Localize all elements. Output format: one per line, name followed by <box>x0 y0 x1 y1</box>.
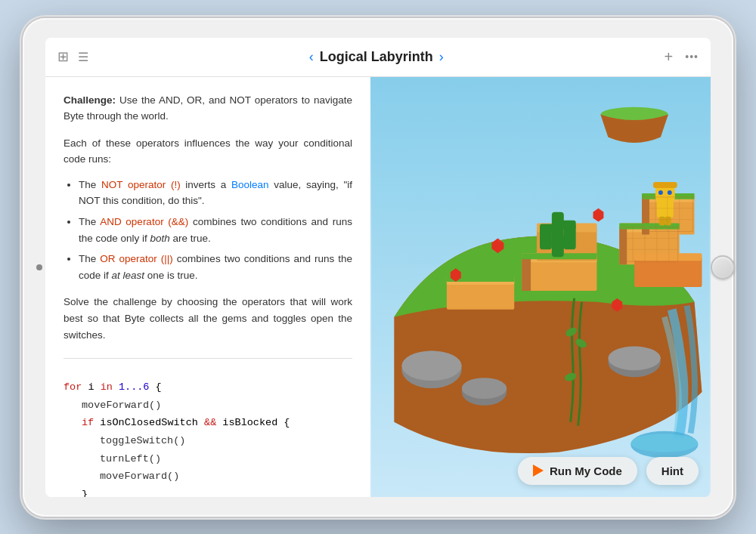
svg-rect-12 <box>522 257 531 291</box>
screen: ⊞ ☰ ‹ Logical Labyrinth › + ••• Challeng… <box>45 38 711 497</box>
svg-point-24 <box>462 378 507 399</box>
operators-intro: Each of these operators influences the w… <box>64 135 352 168</box>
list-item: The AND operator (&&) combines two condi… <box>79 214 352 246</box>
run-triangle-icon <box>533 465 544 477</box>
svg-point-28 <box>631 434 698 452</box>
svg-rect-35 <box>561 220 576 229</box>
and-keyword: && <box>204 417 216 428</box>
toggle-switch-func: toggleSwitch() <box>100 435 185 446</box>
not-operator-highlight: NOT operator (!) <box>101 179 181 190</box>
svg-rect-33 <box>552 238 564 249</box>
left-dot <box>36 264 42 270</box>
list-item: The OR operator (||) combines two condit… <box>79 251 352 283</box>
svg-rect-4 <box>619 227 627 264</box>
list-icon[interactable]: ☰ <box>78 50 88 64</box>
game-buttons: Run My Code Hint <box>518 457 699 485</box>
bullet-list: The NOT operator (!) inverts a Boolean v… <box>64 177 352 284</box>
for-keyword: for <box>64 381 82 393</box>
code-line-7: } <box>82 486 352 497</box>
code-line-3: if isOnClosedSwitch && isBlocked { <box>82 414 352 432</box>
if-keyword: if <box>82 417 94 428</box>
nav-center: ‹ Logical Labyrinth › <box>88 49 665 65</box>
nav-bar: ⊞ ☰ ‹ Logical Labyrinth › + ••• <box>45 38 711 77</box>
both-italic: both <box>150 233 170 244</box>
add-icon[interactable]: + <box>665 48 674 66</box>
svg-rect-50 <box>665 216 671 225</box>
code-line-1: for i in 1...6 { <box>64 378 352 397</box>
right-panel: Run My Code Hint <box>370 77 711 497</box>
svg-point-26 <box>608 346 661 370</box>
move-forward-func: moveForward() <box>82 400 161 411</box>
content-area: Challenge: Use the AND, OR, and NOT oper… <box>45 77 711 497</box>
prev-chevron-icon[interactable]: ‹ <box>309 49 314 65</box>
game-scene <box>370 77 711 497</box>
code-line-4: toggleSwitch() <box>100 432 352 450</box>
challenge-label: Challenge: <box>64 94 116 106</box>
nav-right: + ••• <box>665 48 699 66</box>
floating-island-small <box>600 106 668 142</box>
grid-icon[interactable]: ⊞ <box>57 48 69 65</box>
svg-point-22 <box>401 350 461 381</box>
turn-left-func: turnLeft() <box>100 453 161 465</box>
svg-point-46 <box>658 190 663 194</box>
solve-text: Solve the challenge by choosing the oper… <box>64 294 352 343</box>
at-least-italic: at least <box>112 270 145 281</box>
code-block: for i in 1...6 { moveForward() if isOnCl… <box>64 371 352 496</box>
run-button-label: Run My Code <box>550 465 622 477</box>
code-line-2: moveForward() <box>82 397 352 415</box>
home-button[interactable] <box>711 255 735 279</box>
page-title: Logical Labyrinth <box>320 49 433 65</box>
svg-rect-49 <box>659 216 665 225</box>
divider <box>64 358 352 359</box>
left-panel: Challenge: Use the AND, OR, and NOT oper… <box>45 77 370 497</box>
code-line-5: turnLeft() <box>100 450 352 468</box>
hint-button[interactable]: Hint <box>646 457 699 485</box>
run-my-code-button[interactable]: Run My Code <box>518 457 637 485</box>
range-number: 1...6 <box>119 381 150 393</box>
move-forward-2-func: moveForward() <box>100 471 179 482</box>
svg-rect-34 <box>540 224 555 233</box>
challenge-paragraph: Challenge: Use the AND, OR, and NOT oper… <box>64 92 352 125</box>
nav-left: ⊞ ☰ <box>57 48 88 65</box>
svg-rect-48 <box>653 182 677 188</box>
or-operator-highlight: OR operator (||) <box>100 253 173 264</box>
and-operator-highlight: AND operator (&&) <box>100 216 188 227</box>
svg-rect-9 <box>634 253 702 261</box>
list-item: The NOT operator (!) inverts a Boolean v… <box>79 177 352 209</box>
in-keyword: in <box>101 381 113 393</box>
next-chevron-icon[interactable]: › <box>439 49 444 65</box>
ipad-frame: ⊞ ☰ ‹ Logical Labyrinth › + ••• Challeng… <box>23 18 733 517</box>
svg-rect-45 <box>655 186 675 201</box>
boolean-highlight: Boolean <box>231 179 269 190</box>
code-line-6: moveForward() <box>100 468 352 486</box>
more-icon[interactable]: ••• <box>685 51 699 63</box>
svg-point-47 <box>668 190 672 194</box>
